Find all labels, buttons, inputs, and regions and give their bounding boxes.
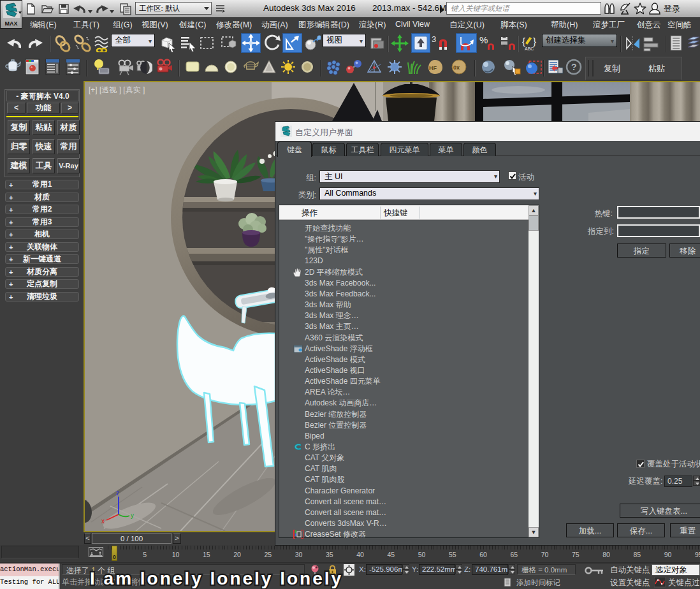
svg-text:%: % [479,34,488,45]
svg-text:3: 3 [432,34,436,44]
svg-text:?: ? [571,62,577,72]
svg-text:ABC: ABC [525,47,534,51]
svg-text:z: z [116,490,119,497]
svg-text:y: y [131,512,134,519]
svg-text:0x: 0x [453,64,460,71]
svg-text:I am lonely lonely lonely: I am lonely lonely lonely [90,569,343,588]
svg-text:{: { [522,36,525,47]
svg-text:HF: HF [429,65,437,71]
svg-text:x: x [101,518,105,525]
svg-text:}: } [533,36,536,47]
